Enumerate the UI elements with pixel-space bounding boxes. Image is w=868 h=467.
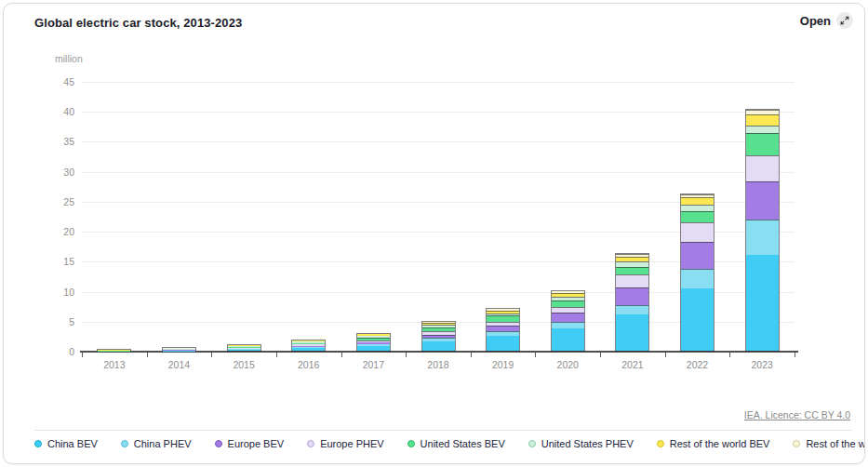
- x-axis-label: 2020: [535, 359, 600, 370]
- bar-segment[interactable]: [681, 242, 714, 269]
- open-button[interactable]: Open: [800, 12, 853, 29]
- legend-item[interactable]: Europe BEV: [215, 438, 285, 449]
- bar-segment[interactable]: [616, 305, 648, 314]
- stacked-bar-2013[interactable]: [97, 349, 131, 352]
- bar-segment[interactable]: [681, 211, 714, 222]
- bar-segment[interactable]: [357, 346, 390, 351]
- bar-segment[interactable]: [746, 220, 779, 255]
- x-axis-tick: [82, 352, 83, 357]
- legend-label: Europe BEV: [228, 438, 285, 449]
- legend-item[interactable]: Rest of the world PHEV: [793, 438, 865, 449]
- chart-card: Global electric car stock, 2013-2023 Ope…: [3, 3, 865, 464]
- x-axis-tick: [665, 352, 666, 357]
- legend-dot-icon: [121, 440, 128, 447]
- x-axis-tick: [535, 352, 536, 357]
- x-axis-label: 2017: [341, 359, 407, 370]
- bar-segment[interactable]: [552, 322, 584, 328]
- bar-segment[interactable]: [681, 269, 714, 288]
- bar-segment[interactable]: [616, 267, 648, 275]
- bar-segment[interactable]: [552, 307, 584, 314]
- bar-segment[interactable]: [746, 133, 779, 155]
- legend-label: China PHEV: [134, 438, 192, 449]
- legend-item[interactable]: United States BEV: [407, 438, 505, 449]
- legend-dot-icon: [528, 440, 536, 447]
- legend-item[interactable]: China BEV: [34, 438, 98, 449]
- legend-label: United States BEV: [421, 438, 505, 449]
- stacked-bar-2022[interactable]: [680, 193, 714, 352]
- bar-segment[interactable]: [487, 336, 519, 351]
- y-axis-label: 35: [45, 136, 74, 147]
- bar-segment[interactable]: [746, 114, 779, 125]
- bar-segment[interactable]: [746, 155, 779, 181]
- bar-segment[interactable]: [552, 313, 584, 321]
- stacked-bar-2023[interactable]: [745, 109, 780, 352]
- legend-label: Europe PHEV: [320, 438, 383, 449]
- x-axis-label: 2022: [665, 359, 730, 370]
- x-axis-label: 2016: [276, 359, 341, 370]
- gridline: [82, 141, 795, 142]
- open-button-label: Open: [800, 14, 831, 28]
- plot-area: [82, 82, 795, 352]
- gridline: [82, 172, 795, 173]
- bar-segment[interactable]: [552, 328, 584, 351]
- y-axis-label: 30: [45, 167, 74, 178]
- legend-label: China BEV: [47, 438, 98, 449]
- stacked-bar-2019[interactable]: [486, 308, 520, 352]
- attribution-link[interactable]: IEA. Licence: CC BY 4.0: [744, 409, 850, 420]
- x-axis-tick: [276, 352, 277, 357]
- bar-segment[interactable]: [616, 314, 648, 351]
- stacked-bar-2016[interactable]: [291, 340, 326, 352]
- gridline: [82, 82, 795, 83]
- bar-segment[interactable]: [616, 287, 648, 304]
- bar-segment[interactable]: [292, 348, 325, 351]
- bar-segment[interactable]: [552, 300, 584, 307]
- bar-segment[interactable]: [746, 255, 779, 351]
- x-axis-tick: [406, 352, 407, 357]
- legend-dot-icon: [657, 440, 664, 447]
- legend-item[interactable]: Europe PHEV: [307, 438, 383, 449]
- expand-diagonal-arrows-icon: [836, 12, 853, 29]
- stacked-bar-2015[interactable]: [227, 344, 261, 352]
- bar-segment[interactable]: [746, 126, 779, 133]
- y-axis-label: 40: [45, 106, 74, 117]
- stacked-bar-2017[interactable]: [356, 333, 391, 352]
- bar-segment[interactable]: [422, 341, 455, 351]
- x-axis-label: 2021: [600, 359, 665, 370]
- bar-segment[interactable]: [746, 181, 779, 220]
- x-axis-tick: [795, 352, 795, 357]
- x-axis-tick: [600, 352, 601, 357]
- stacked-bar-2014[interactable]: [162, 347, 196, 352]
- bar-segment[interactable]: [228, 350, 260, 351]
- legend-dot-icon: [793, 440, 800, 447]
- y-axis-label: 10: [45, 287, 74, 298]
- y-axis-label: 0: [45, 346, 74, 357]
- bar-segment[interactable]: [681, 288, 714, 351]
- legend-dot-icon: [34, 440, 42, 447]
- y-axis-label: 5: [45, 316, 74, 327]
- y-axis-label: 25: [45, 196, 74, 207]
- bar-segment[interactable]: [681, 197, 714, 205]
- x-axis-label: 2014: [147, 359, 212, 370]
- legend-dot-icon: [407, 440, 415, 447]
- legend-divider: [34, 430, 852, 431]
- x-axis-tick: [471, 352, 472, 357]
- legend-item[interactable]: United States PHEV: [528, 438, 634, 449]
- legend-dot-icon: [307, 440, 314, 447]
- legend-label: Rest of the world BEV: [670, 438, 770, 449]
- x-axis-label: 2019: [471, 359, 536, 370]
- x-axis-label: 2013: [82, 359, 147, 370]
- chart-title: Global electric car stock, 2013-2023: [34, 16, 242, 30]
- legend-label: Rest of the world PHEV: [806, 438, 865, 449]
- legend: China BEVChina PHEVEurope BEVEurope PHEV…: [34, 438, 855, 449]
- stacked-bar-2020[interactable]: [551, 290, 585, 352]
- stacked-bar-2021[interactable]: [615, 253, 649, 352]
- legend-dot-icon: [215, 440, 222, 447]
- legend-label: United States PHEV: [541, 438, 634, 449]
- bar-segment[interactable]: [681, 222, 714, 243]
- stacked-bar-2018[interactable]: [421, 321, 456, 352]
- y-axis-label: 15: [45, 256, 74, 267]
- x-axis-label: 2018: [406, 359, 471, 370]
- legend-item[interactable]: Rest of the world BEV: [657, 438, 770, 449]
- legend-item[interactable]: China PHEV: [121, 438, 192, 449]
- bar-segment[interactable]: [616, 274, 648, 287]
